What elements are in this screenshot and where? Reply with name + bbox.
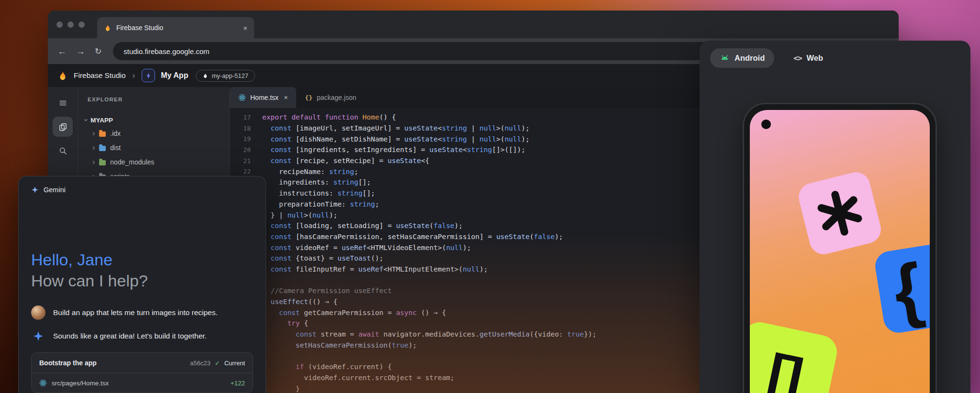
device-tab-android[interactable]: Android bbox=[710, 48, 774, 68]
app-id-badge[interactable]: my-app-5127 bbox=[196, 70, 255, 82]
tab-close-icon[interactable]: × bbox=[284, 94, 288, 101]
shape-bracket: [] bbox=[750, 319, 840, 393]
gemini-spark-icon bbox=[31, 186, 39, 194]
explorer-root[interactable]: › MYAPP bbox=[78, 114, 229, 126]
code-text: const fileInputRef = useRef<HTMLInputEle… bbox=[262, 265, 488, 273]
explorer-item-label: node_modules bbox=[110, 158, 154, 166]
line-number: 20 bbox=[230, 146, 262, 153]
breadcrumb-separator: › bbox=[132, 71, 136, 80]
line-number: 17 bbox=[230, 114, 262, 121]
explorer-title: EXPLORER bbox=[78, 87, 229, 114]
code-text: useEffect(() ⇒ { bbox=[262, 298, 337, 306]
device-preview-panel: Android<>Web {[] bbox=[700, 41, 970, 393]
folder-icon bbox=[99, 160, 106, 165]
shape-asterisk bbox=[796, 169, 884, 257]
code-text: const {toast} = useToast(); bbox=[262, 254, 383, 262]
shape-brace: { bbox=[873, 241, 930, 335]
explorer-item-idx[interactable]: ›.idx bbox=[78, 126, 229, 141]
react-icon bbox=[39, 379, 47, 387]
explorer-button[interactable] bbox=[53, 117, 73, 137]
line-number: 18 bbox=[230, 125, 262, 132]
root-folder-label: MYAPP bbox=[90, 117, 113, 124]
code-text: if (videoRef.current) { bbox=[262, 363, 392, 371]
gemini-panel: Gemini Hello, Jane How can I help? Build… bbox=[18, 176, 266, 393]
explorer-item-label: .idx bbox=[110, 130, 121, 137]
app-icon bbox=[142, 69, 155, 82]
screenshot-canvas: Firebase Studio × ← → ↻ studio.firebase.… bbox=[0, 0, 980, 393]
line-number: 21 bbox=[230, 157, 262, 164]
editor-tab-package.json[interactable]: {}package.json bbox=[296, 87, 365, 108]
camera-punch-hole-icon bbox=[761, 120, 771, 129]
phone-mockup: {[] bbox=[743, 103, 937, 393]
bracket-glyph: [] bbox=[762, 345, 804, 393]
code-text: const [recipe, setRecipe] = useState<{ bbox=[262, 157, 429, 164]
folder-icon bbox=[99, 131, 106, 137]
message-text: Build an app that lets me turn images in… bbox=[53, 308, 218, 317]
browser-tab-strip: Firebase Studio × bbox=[48, 11, 899, 38]
explorer-item-label: dist bbox=[110, 144, 121, 152]
asterisk-icon bbox=[809, 183, 870, 244]
badge-flame-icon bbox=[202, 73, 208, 78]
brand-title: Firebase Studio bbox=[74, 71, 126, 80]
gemini-spark-icon bbox=[33, 330, 44, 342]
menu-button[interactable] bbox=[53, 93, 73, 113]
explorer-item-node_modules[interactable]: ›node_modules bbox=[78, 155, 229, 169]
code-text: } | null>(null); bbox=[262, 211, 337, 219]
braces-icon: {} bbox=[305, 94, 312, 101]
user-avatar bbox=[31, 306, 45, 320]
changed-file-row[interactable]: src/pages/Home.tsx +122 bbox=[32, 373, 253, 393]
code-text: } bbox=[262, 385, 300, 393]
code-text: setHasCameraPermission(true); bbox=[262, 341, 417, 349]
tab-close-icon[interactable]: × bbox=[243, 24, 247, 32]
copy-files-icon bbox=[58, 122, 67, 131]
editor-tab-label: Home.tsx bbox=[250, 94, 278, 101]
code-text: const [imageUrl, setImageUrl] = useState… bbox=[262, 124, 530, 132]
device-tab-label: Web bbox=[807, 54, 824, 63]
changed-file-path: src/pages/Home.tsx bbox=[52, 380, 109, 387]
code-text: const videoRef = useRef<HTMLVideoElement… bbox=[262, 244, 471, 251]
code-text: ingredients: string[]; bbox=[262, 178, 371, 186]
explorer-item-dist[interactable]: ›dist bbox=[78, 141, 229, 155]
code-text: //Camera Permission useEffect bbox=[262, 287, 392, 295]
back-button[interactable]: ← bbox=[57, 47, 67, 56]
task-card-header: Bootstrap the app a56c23 ✓ Current bbox=[32, 353, 253, 373]
line-number: 19 bbox=[230, 135, 262, 142]
diff-added-badge: +122 bbox=[231, 380, 245, 387]
editor-tab-label: package.json bbox=[317, 94, 356, 101]
code-text: const [loading, setLoading] = useState(f… bbox=[262, 222, 463, 229]
phone-screen[interactable]: {[] bbox=[750, 110, 930, 393]
browser-tab-title: Firebase Studio bbox=[116, 24, 163, 32]
gemini-greeting: Hello, Jane How can I help? bbox=[19, 201, 266, 291]
firebase-favicon bbox=[104, 24, 111, 32]
greeting-line1: Hello, Jane bbox=[31, 249, 253, 270]
code-text: const getCameraPermission = async () ⇒ { bbox=[262, 309, 446, 317]
url-text: studio.firebase.google.com bbox=[123, 47, 209, 55]
reload-button[interactable]: ↻ bbox=[95, 47, 101, 55]
app-id-text: my-app-5127 bbox=[212, 72, 248, 79]
gemini-header: Gemini bbox=[19, 176, 266, 201]
forward-button[interactable]: → bbox=[76, 47, 85, 56]
window-controls[interactable] bbox=[56, 22, 85, 28]
code-text: recipeName: string; bbox=[262, 168, 358, 175]
android-icon bbox=[720, 53, 730, 63]
task-card[interactable]: Bootstrap the app a56c23 ✓ Current src/p… bbox=[31, 352, 253, 393]
device-tab-web[interactable]: <>Web bbox=[786, 49, 831, 67]
browser-tab[interactable]: Firebase Studio × bbox=[97, 17, 254, 38]
device-tab-bar: Android<>Web bbox=[700, 41, 970, 76]
brace-glyph: { bbox=[889, 252, 927, 327]
search-button[interactable] bbox=[53, 141, 73, 161]
search-icon bbox=[58, 146, 67, 155]
code-text: preparationTime: string; bbox=[262, 200, 379, 208]
code-text: try { bbox=[262, 319, 308, 327]
code-text: const [ingredients, setIngredients] = us… bbox=[262, 146, 525, 153]
device-tab-label: Android bbox=[735, 54, 765, 63]
code-text: videoRef.current.srcObject = stream; bbox=[262, 374, 455, 382]
app-name: My App bbox=[161, 71, 188, 80]
folder-icon bbox=[99, 146, 106, 151]
firebase-logo-icon bbox=[57, 70, 68, 81]
code-icon: <> bbox=[793, 54, 802, 63]
editor-tab-home.tsx[interactable]: Home.tsx× bbox=[230, 87, 296, 108]
chevron-right-icon: › bbox=[92, 158, 95, 166]
commit-hash: a56c23 bbox=[190, 360, 211, 367]
chevron-down-icon: › bbox=[82, 119, 90, 121]
